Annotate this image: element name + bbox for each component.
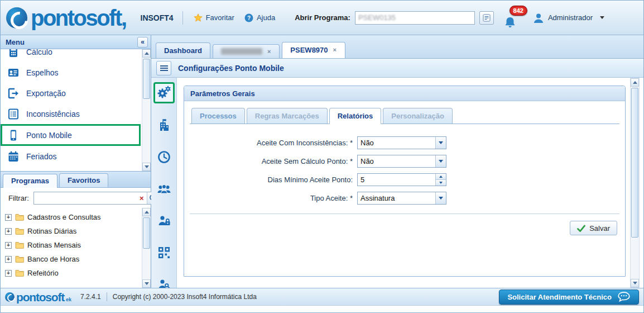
- dropdown-trigger[interactable]: [435, 155, 446, 167]
- scrollbar-thumb[interactable]: [143, 217, 150, 249]
- help-icon: ?: [244, 13, 253, 22]
- save-button[interactable]: Salvar: [570, 221, 617, 235]
- sidebar-item-exportacao[interactable]: Exportação: [1, 83, 141, 103]
- bottom-strip: [1, 306, 643, 312]
- rail-user-key-button[interactable]: [154, 274, 174, 288]
- open-program-input[interactable]: PSEW0135: [355, 11, 475, 25]
- tipo-aceite-select[interactable]: Assinatura: [357, 192, 446, 205]
- field-label: Tipo Aceite: *: [190, 194, 357, 202]
- tab-label: Dashboard: [164, 46, 202, 55]
- expand-icon[interactable]: +: [5, 270, 12, 277]
- aceite-sem-calculo-select[interactable]: Não: [357, 155, 446, 168]
- tree-item-label: Rotinas Diárias: [27, 227, 76, 235]
- scrollbar-track[interactable]: [142, 216, 151, 279]
- tab-relatorios[interactable]: Relatórios: [329, 108, 382, 124]
- tab-psew8970[interactable]: PSEW8970 ×: [282, 42, 345, 58]
- clear-filter-button[interactable]: ×: [137, 192, 147, 204]
- panel-wrap: Parâmetros Gerais Processos Regras Marca…: [177, 78, 643, 288]
- close-icon[interactable]: ×: [267, 49, 271, 55]
- tab-dashboard[interactable]: Dashboard: [156, 42, 210, 58]
- scroll-up-button[interactable]: [142, 49, 151, 58]
- favorite-button[interactable]: Favoritar: [194, 13, 234, 22]
- spinner-up-button[interactable]: [436, 174, 446, 179]
- scroll-up-icon: [145, 52, 149, 55]
- tree-item-cadastros[interactable]: + Cadastros e Consultas: [5, 210, 141, 224]
- filter-box: ×: [33, 192, 160, 205]
- filter-input[interactable]: [34, 192, 137, 204]
- expand-icon[interactable]: +: [5, 256, 12, 263]
- footer-bar: pontosoft ek 7.2.4.1 Copyright (c) 2000-…: [1, 288, 643, 306]
- sidebar-item-feriados[interactable]: Feriados: [1, 146, 141, 167]
- rail-qr-button[interactable]: [154, 243, 174, 263]
- main-content: Parâmetros Gerais Processos Regras Marca…: [151, 78, 643, 288]
- sidebar-item-inconsistencias[interactable]: Inconsistências: [1, 103, 141, 124]
- rail-people-button[interactable]: [154, 179, 174, 199]
- tab-personalizacao[interactable]: Personalização: [383, 108, 453, 124]
- sidebar-item-label: Ponto Mobile: [26, 131, 72, 140]
- expand-icon[interactable]: +: [5, 242, 12, 249]
- form-row: Aceite Com Inconsistências: * Não: [190, 136, 619, 149]
- scroll-down-button[interactable]: [142, 163, 151, 171]
- panel-tabstrip: Processos Regras Marcações Relatórios Pe…: [190, 108, 619, 124]
- scrollbar-track[interactable]: [142, 58, 151, 163]
- sidebar-item-ponto-mobile[interactable]: Ponto Mobile: [1, 124, 141, 146]
- scrollbar-thumb[interactable]: [631, 88, 638, 238]
- tab-favoritos[interactable]: Favoritos: [59, 173, 109, 187]
- sidebar-menu-scrollbar: [142, 49, 151, 171]
- scrollbar-thumb[interactable]: [143, 59, 150, 99]
- scroll-down-button[interactable]: [631, 279, 639, 287]
- sidebar-collapse-button[interactable]: «: [137, 37, 148, 48]
- copyright-label: Copyright (c) 2000-2023 Insoft4 Informát…: [113, 293, 257, 301]
- tree-item-label: Rotinas Mensais: [27, 241, 81, 249]
- app-window: pontosoft INSOFT4 Favoritar ? Ajuda Abri…: [0, 0, 644, 313]
- top-bar: pontosoft INSOFT4 Favoritar ? Ajuda Abri…: [1, 1, 643, 35]
- folder-icon: [15, 255, 24, 263]
- tree-item-rotinas-diarias[interactable]: + Rotinas Diárias: [5, 224, 141, 238]
- scroll-up-button[interactable]: [631, 78, 639, 87]
- rail-clock-button[interactable]: [154, 147, 174, 167]
- dropdown-trigger[interactable]: [435, 192, 446, 204]
- pontosoft-logo-icon: [5, 292, 15, 302]
- footer-logo-text: pontosoft: [16, 291, 64, 303]
- rail-user-lock-button[interactable]: [154, 211, 174, 231]
- expand-icon[interactable]: +: [5, 214, 12, 221]
- sidebar-item-espelhos[interactable]: Espelhos: [1, 62, 141, 83]
- help-label: Ajuda: [257, 13, 275, 22]
- aceite-com-inconsistencias-select[interactable]: Não: [357, 136, 446, 149]
- dropdown-trigger[interactable]: [435, 137, 446, 149]
- chat-icon: [617, 291, 631, 302]
- dias-minimo-aceite-spinner[interactable]: 5: [357, 173, 446, 186]
- program-lookup-button[interactable]: [479, 11, 494, 25]
- scroll-down-button[interactable]: [142, 279, 151, 288]
- support-button[interactable]: Solicitar Atendimento Técnico: [499, 290, 639, 305]
- tree-item-refeitorio[interactable]: + Refeitório: [5, 266, 141, 280]
- close-icon[interactable]: ×: [333, 47, 337, 53]
- tab-processos[interactable]: Processos: [191, 108, 245, 124]
- spinner-down-button[interactable]: [436, 179, 446, 186]
- expand-icon[interactable]: +: [5, 228, 12, 235]
- tab-label: PSEW8970: [290, 46, 328, 54]
- tab-redacted[interactable]: ×: [213, 44, 280, 58]
- tree-item-rotinas-mensais[interactable]: + Rotinas Mensais: [5, 238, 141, 252]
- mobile-icon: [7, 129, 20, 141]
- open-program-label: Abrir Programa:: [295, 13, 350, 22]
- notifications-button[interactable]: 842: [503, 6, 525, 30]
- rail-settings-button[interactable]: [153, 82, 175, 103]
- tab-regras-marcacoes[interactable]: Regras Marcações: [247, 108, 328, 124]
- id-card-icon: [7, 67, 20, 79]
- clock-icon: [157, 150, 171, 164]
- page-title: Configurações Ponto Mobile: [178, 64, 284, 73]
- sidebar-item-calculo[interactable]: Cálculo: [1, 49, 141, 62]
- menu-toggle-button[interactable]: [156, 61, 171, 75]
- scrollbar-track[interactable]: [631, 87, 639, 279]
- rail-company-button[interactable]: [154, 115, 174, 135]
- select-value: Assinatura: [358, 192, 435, 204]
- field-label: Dias Mínimo Aceite Ponto:: [190, 176, 357, 184]
- help-button[interactable]: ? Ajuda: [244, 13, 275, 22]
- tab-programas[interactable]: Programas: [3, 174, 57, 188]
- user-menu[interactable]: Administrador: [533, 12, 604, 23]
- user-icon: [533, 12, 544, 23]
- tree-item-banco-horas[interactable]: + Banco de Horas: [5, 252, 141, 266]
- scroll-up-button[interactable]: [142, 208, 151, 216]
- field-label: Aceite Com Inconsistências: *: [190, 139, 357, 147]
